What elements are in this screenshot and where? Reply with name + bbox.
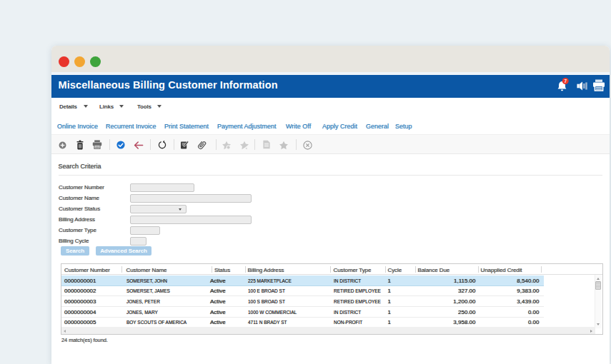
svg-text:7: 7 (564, 79, 567, 84)
